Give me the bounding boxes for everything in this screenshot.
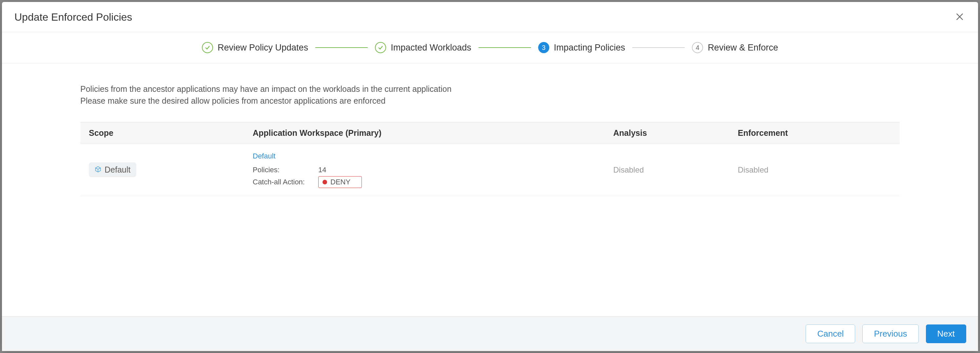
impacting-policies-table: Scope Application Workspace (Primary) An… [80, 122, 900, 196]
scope-chip[interactable]: Default [89, 162, 136, 177]
catchall-label: Catch-all Action: [253, 178, 305, 186]
step-label: Review Policy Updates [218, 43, 308, 53]
scope-label: Default [105, 165, 130, 174]
description-line: Please make sure the desired allow polic… [80, 96, 385, 105]
step-connector [632, 47, 685, 48]
modal-footer: Cancel Previous Next [2, 316, 978, 351]
stepper: Review Policy Updates Impacted Workloads… [2, 32, 978, 63]
step-number-icon: 4 [692, 42, 703, 53]
step-connector [315, 47, 368, 48]
analysis-value: Disabled [613, 165, 644, 174]
step-impacting-policies[interactable]: 3 Impacting Policies [538, 42, 625, 53]
col-header-scope: Scope [80, 122, 244, 144]
modal-body: Policies from the ancestor applications … [2, 63, 978, 316]
catchall-value: DENY [330, 178, 350, 186]
col-header-analysis: Analysis [605, 122, 729, 144]
step-label: Impacting Policies [554, 43, 625, 53]
step-label: Review & Enforce [708, 43, 778, 53]
cube-icon [95, 165, 101, 174]
step-review-enforce[interactable]: 4 Review & Enforce [692, 42, 778, 53]
description-text: Policies from the ancestor applications … [80, 83, 900, 107]
policies-label: Policies: [253, 166, 305, 174]
description-line: Policies from the ancestor applications … [80, 84, 452, 94]
modal-title: Update Enforced Policies [14, 11, 132, 23]
check-icon [202, 42, 213, 53]
col-header-workspace: Application Workspace (Primary) [244, 122, 605, 144]
modal-header: Update Enforced Policies [2, 2, 978, 32]
col-header-enforcement: Enforcement [729, 122, 900, 144]
table-row: Default Default Policies: 14 Catch-all A… [80, 144, 900, 196]
previous-button[interactable]: Previous [862, 324, 918, 343]
step-label: Impacted Workloads [391, 43, 471, 53]
step-impacted-workloads[interactable]: Impacted Workloads [375, 42, 471, 53]
enforcement-value: Disabled [738, 165, 768, 174]
step-review-policy-updates[interactable]: Review Policy Updates [202, 42, 308, 53]
workspace-link[interactable]: Default [253, 152, 276, 160]
close-icon [955, 12, 964, 22]
next-button[interactable]: Next [926, 324, 966, 343]
close-button[interactable] [954, 11, 966, 23]
check-icon [375, 42, 386, 53]
deny-dot-icon [323, 180, 327, 184]
cancel-button[interactable]: Cancel [806, 324, 855, 343]
step-number-icon: 3 [538, 42, 549, 53]
catchall-badge: DENY [318, 176, 362, 188]
policies-value: 14 [318, 166, 326, 174]
update-enforced-policies-modal: Update Enforced Policies Review Policy U… [2, 2, 978, 351]
step-connector [479, 47, 531, 48]
